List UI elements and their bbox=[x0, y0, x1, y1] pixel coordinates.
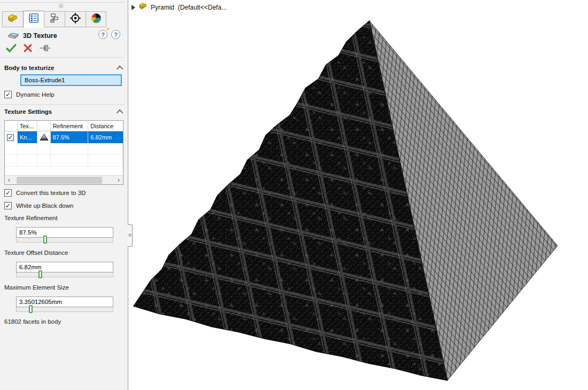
selected-body: Boss-Extrude1 bbox=[25, 77, 65, 83]
texture-offset-label: Texture Offset Distance bbox=[4, 249, 68, 256]
panel-title-row: 3D Texture bbox=[7, 30, 57, 42]
panel-collapse-handle[interactable] bbox=[128, 224, 133, 247]
cancel-button[interactable] bbox=[22, 43, 33, 56]
row-texture-name: Kn... bbox=[18, 131, 37, 143]
tab-dimxpert-manager[interactable] bbox=[65, 11, 86, 27]
panel-grip-icon[interactable] bbox=[59, 4, 63, 8]
flyout-tree-expander-icon[interactable] bbox=[131, 5, 135, 10]
checkbox-label: Convert this texture to 3D bbox=[16, 190, 86, 196]
row-thumbnail-cell bbox=[37, 131, 51, 143]
texture-refinement-slider[interactable] bbox=[16, 238, 113, 243]
col-texture: Tex... bbox=[18, 121, 37, 131]
scroll-right-icon[interactable]: › bbox=[114, 176, 123, 184]
checkbox-label: White up Black down bbox=[16, 202, 73, 209]
col-distance: Distance bbox=[88, 121, 123, 131]
panel-title: 3D Texture bbox=[23, 32, 57, 40]
texture-refinement-label: Texture Refinement bbox=[4, 215, 58, 221]
triangle-thumbnail-icon bbox=[40, 133, 49, 142]
white-up-checkbox[interactable]: White up Black down bbox=[4, 202, 73, 209]
scrollbar-thumb[interactable] bbox=[17, 177, 102, 184]
panel-top-divider bbox=[0, 2, 125, 3]
checkbox-icon[interactable] bbox=[4, 189, 12, 197]
texture-settings-table: Tex... Refinement Distance Kn... bbox=[4, 120, 123, 185]
tab-feature-manager[interactable] bbox=[2, 11, 23, 27]
help-icon[interactable]: ? bbox=[111, 30, 120, 39]
section-label: Body to texturize bbox=[4, 65, 54, 71]
part-icon bbox=[7, 13, 19, 25]
slider-thumb[interactable] bbox=[43, 236, 47, 244]
table-row[interactable]: Kn... 87.5% 6.82mm bbox=[5, 131, 123, 143]
convert-texture-checkbox[interactable]: Convert this texture to 3D bbox=[4, 189, 86, 197]
section-label: Texture Settings bbox=[4, 108, 52, 115]
property-manager-icon bbox=[28, 13, 40, 26]
pin-button[interactable] bbox=[38, 43, 51, 55]
tab-property-manager[interactable] bbox=[23, 11, 44, 28]
row-distance: 6.82mm bbox=[88, 131, 123, 143]
whats-new-help-icon[interactable]: ? * bbox=[98, 30, 107, 39]
texture-refinement-control: 87.5% bbox=[16, 227, 113, 243]
input-value: 3.35012605mm bbox=[19, 299, 62, 305]
tab-display-manager[interactable] bbox=[86, 11, 106, 27]
section-texture-settings[interactable]: Texture Settings bbox=[4, 108, 123, 115]
table-empty-row bbox=[5, 155, 123, 167]
col-refinement: Refinement bbox=[51, 121, 89, 131]
display-manager-icon bbox=[90, 12, 102, 26]
part-icon bbox=[138, 2, 148, 12]
handle-grip-icon bbox=[128, 233, 131, 237]
dynamic-help-checkbox[interactable]: Dynamic Help bbox=[4, 91, 55, 98]
row-refinement: 87.5% bbox=[51, 131, 89, 143]
section-body-to-texturize[interactable]: Body to texturize bbox=[4, 65, 123, 71]
input-value: 6.82mm bbox=[19, 264, 42, 270]
texture-offset-input[interactable]: 6.82mm bbox=[16, 262, 113, 272]
question-glyph: ? bbox=[114, 32, 118, 38]
collapse-chevron-icon[interactable] bbox=[117, 109, 123, 116]
slider-thumb[interactable] bbox=[29, 305, 33, 313]
property-manager-panel: 3D Texture ? * ? bbox=[0, 0, 128, 390]
graphics-viewport[interactable]: Pyramid (Default<<Defa... bbox=[129, 0, 588, 390]
scroll-left-icon[interactable]: ‹ bbox=[5, 176, 13, 184]
table-header-row: Tex... Refinement Distance bbox=[5, 121, 123, 131]
texture-refinement-input[interactable]: 87.5% bbox=[16, 227, 113, 238]
max-element-size-slider[interactable] bbox=[16, 307, 113, 312]
separator bbox=[0, 104, 125, 105]
separator bbox=[0, 57, 125, 58]
row-check-cell bbox=[5, 131, 18, 143]
table-empty-row bbox=[5, 143, 123, 155]
3d-texture-icon bbox=[7, 30, 19, 42]
max-element-size-label: Maximum Element Size bbox=[4, 284, 69, 291]
ok-button[interactable] bbox=[5, 43, 17, 56]
slider-thumb[interactable] bbox=[38, 270, 42, 278]
facet-count-text: 61802 facets in body bbox=[4, 318, 61, 325]
document-name[interactable]: Pyramid (Default<<Defa... bbox=[151, 4, 227, 11]
max-element-size-control: 3.35012605mm bbox=[16, 297, 113, 312]
body-selection-box[interactable]: Boss-Extrude1 bbox=[20, 74, 122, 86]
texture-offset-slider[interactable] bbox=[16, 272, 113, 277]
flyout-feature-tree[interactable]: Pyramid (Default<<Defa... bbox=[131, 2, 227, 12]
texture-offset-control: 6.82mm bbox=[16, 262, 113, 277]
pyramid-model[interactable] bbox=[129, 0, 588, 390]
configuration-icon bbox=[49, 13, 60, 26]
checkbox-icon[interactable] bbox=[7, 134, 14, 141]
collapse-chevron-icon[interactable] bbox=[117, 65, 123, 72]
star-glyph: * bbox=[107, 27, 109, 33]
checkbox-icon[interactable] bbox=[4, 202, 12, 209]
question-glyph: ? bbox=[101, 32, 105, 38]
col-thumbnail bbox=[37, 121, 51, 131]
tab-configuration-manager[interactable] bbox=[44, 11, 65, 27]
table-horizontal-scrollbar[interactable]: ‹ › bbox=[5, 175, 123, 184]
col-check bbox=[5, 121, 18, 131]
manager-tab-bar bbox=[2, 11, 106, 27]
dimxpert-icon bbox=[69, 12, 82, 26]
checkbox-label: Dynamic Help bbox=[16, 91, 55, 98]
input-value: 87.5% bbox=[19, 229, 37, 236]
checkbox-icon[interactable] bbox=[4, 91, 12, 98]
